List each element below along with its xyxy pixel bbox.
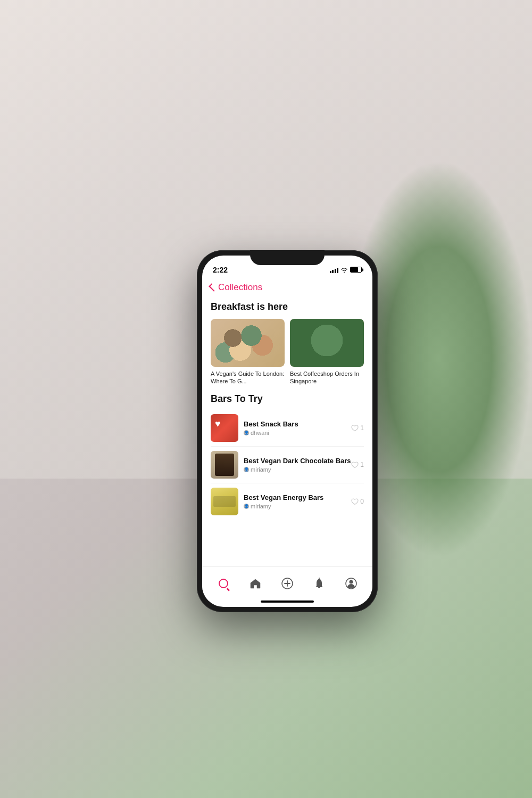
list-item-likes-1: 1 xyxy=(351,424,364,432)
search-icon xyxy=(219,579,228,588)
add-tab-icon xyxy=(281,577,294,590)
list-thumb-2 xyxy=(211,451,238,479)
list-thumb-1 xyxy=(211,414,238,442)
profile-tab-icon xyxy=(345,577,358,590)
card-vegan-london[interactable]: A Vegan's Guide To London: Where To G... xyxy=(211,319,285,385)
bell-icon xyxy=(314,578,325,589)
list-item-dark-choc[interactable]: Best Vegan Dark Chocolate Bars 👤 miriamy… xyxy=(211,447,364,483)
card-coffeeshop[interactable]: Best Coffeeshop Orders In Singapore xyxy=(290,319,364,385)
list-item-title-3: Best Vegan Energy Bars xyxy=(244,493,351,501)
search-tab-icon xyxy=(217,577,230,590)
list-info-3: Best Vegan Energy Bars 👤 miriamy xyxy=(244,493,351,509)
status-time: 2:22 xyxy=(213,266,228,274)
user-icon xyxy=(345,578,357,589)
list-item-likes-2: 1 xyxy=(351,461,364,468)
breakfast-section: Breakfast is here A Vegan's Guide To Lon… xyxy=(202,297,372,392)
wifi-icon xyxy=(340,267,348,273)
back-button[interactable]: Collections xyxy=(211,282,262,293)
list-item-title-1: Best Snack Bars xyxy=(244,420,351,428)
phone-screen: 2:22 xyxy=(202,256,372,607)
scroll-content[interactable]: Breakfast is here A Vegan's Guide To Lon… xyxy=(202,297,372,566)
tab-notifications[interactable] xyxy=(307,572,331,595)
author-icon-3: 👤 xyxy=(244,504,249,509)
tab-add[interactable] xyxy=(276,572,299,595)
list-item-energy-bars[interactable]: Best Vegan Energy Bars 👤 miriamy 0 xyxy=(211,483,364,520)
phone-shell: 2:22 xyxy=(197,250,378,612)
bell-tab-icon xyxy=(313,577,326,590)
tab-search[interactable] xyxy=(212,572,235,595)
heart-icon-1 xyxy=(351,425,359,432)
choc-bar-image xyxy=(211,451,238,479)
heart-icon-3 xyxy=(351,498,359,505)
cards-grid: A Vegan's Guide To London: Where To G...… xyxy=(211,319,364,385)
author-icon-2: 👤 xyxy=(244,467,249,472)
list-item-author-1: 👤 dhwani xyxy=(244,430,351,436)
plus-icon xyxy=(281,578,293,589)
card-image-2 xyxy=(290,319,364,367)
list-info-1: Best Snack Bars 👤 dhwani xyxy=(244,420,351,436)
list-info-2: Best Vegan Dark Chocolate Bars 👤 miriamy xyxy=(244,457,351,473)
energy-bar-image xyxy=(211,488,238,515)
card-image-1 xyxy=(211,319,285,367)
battery-icon xyxy=(350,267,362,273)
list-thumb-3 xyxy=(211,488,238,515)
tab-profile[interactable] xyxy=(339,572,363,595)
back-chevron-icon xyxy=(209,283,217,292)
heart-icon-2 xyxy=(351,462,359,468)
nav-header: Collections xyxy=(202,279,372,297)
home-tab-icon xyxy=(249,577,262,590)
list-item-snack-bars[interactable]: Best Snack Bars 👤 dhwani 1 xyxy=(211,410,364,447)
home-icon xyxy=(250,578,261,589)
card-title-1: A Vegan's Guide To London: Where To G... xyxy=(211,370,285,385)
food-bowls-image xyxy=(211,319,285,367)
status-icons xyxy=(330,267,362,273)
list-item-author-2: 👤 miriamy xyxy=(244,466,351,473)
list-item-likes-3: 0 xyxy=(351,498,364,505)
tab-bar xyxy=(202,566,372,600)
tab-home[interactable] xyxy=(244,572,267,595)
nav-title: Collections xyxy=(218,282,262,293)
list-item-title-2: Best Vegan Dark Chocolate Bars xyxy=(244,457,351,465)
phone-device: 2:22 xyxy=(197,250,378,612)
bars-section-title: Bars To Try xyxy=(211,393,364,405)
notch xyxy=(250,250,325,265)
snack-bar-image xyxy=(211,414,238,442)
svg-point-3 xyxy=(350,580,353,584)
author-icon-1: 👤 xyxy=(244,430,249,435)
card-title-2: Best Coffeeshop Orders In Singapore xyxy=(290,370,364,385)
signal-icon xyxy=(330,267,339,273)
breakfast-section-title: Breakfast is here xyxy=(211,301,364,312)
home-indicator xyxy=(261,600,314,603)
green-smoothie-image xyxy=(290,319,364,367)
list-item-author-3: 👤 miriamy xyxy=(244,503,351,509)
bars-section: Bars To Try Best Snack Bars 👤 dhwani xyxy=(202,391,372,524)
